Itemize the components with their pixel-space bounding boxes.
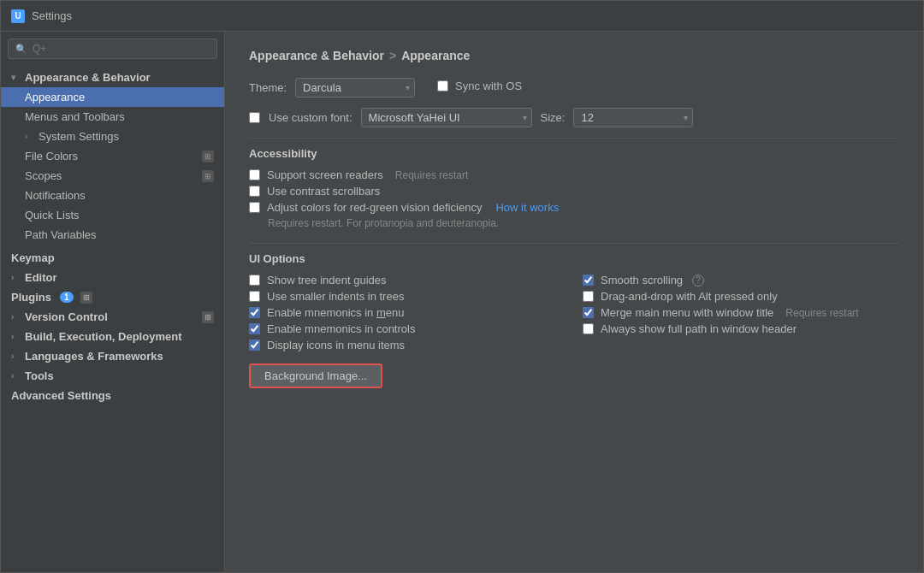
smaller-indents-checkbox[interactable]: [249, 291, 260, 302]
drag-drop-alt-checkbox[interactable]: [583, 291, 594, 302]
always-show-path-checkbox[interactable]: [583, 323, 594, 334]
sidebar: 🔍 ▾ Appearance & Behavior Appearance Men…: [1, 32, 225, 572]
sidebar-item-notifications[interactable]: Notifications: [1, 186, 224, 205]
contrast-scrollbars-label: Use contrast scrollbars: [267, 185, 380, 198]
how-it-works-link[interactable]: How it works: [495, 201, 559, 214]
chevron-right-icon4: ›: [11, 332, 21, 341]
color-vision-row: Adjust colors for red-green vision defic…: [249, 201, 899, 214]
title-bar: U Settings: [1, 1, 923, 32]
breadcrumb: Appearance & Behavior > Appearance: [249, 49, 899, 62]
app-icon: U: [11, 9, 25, 23]
sidebar-item-languages-frameworks[interactable]: › Languages & Frameworks: [1, 346, 224, 366]
sidebar-item-path-variables[interactable]: Path Variables: [1, 225, 224, 245]
chevron-down-icon: ▾: [11, 73, 21, 82]
sidebar-item-tools[interactable]: › Tools: [1, 366, 224, 386]
plugins-badge: 1: [60, 292, 74, 303]
enable-mnemonics-controls-checkbox[interactable]: [249, 323, 260, 334]
screen-readers-row: Support screen readers Requires restart: [249, 168, 899, 181]
chevron-right-icon5: ›: [11, 351, 21, 361]
contrast-scrollbars-checkbox[interactable]: [249, 186, 260, 197]
sidebar-item-keymap[interactable]: Keymap: [1, 248, 224, 268]
chevron-right-icon: ›: [25, 132, 35, 141]
enable-mnemonics-menu-label: Enable mnemonics in menu: [267, 306, 404, 319]
sidebar-item-advanced-settings[interactable]: Advanced Settings: [1, 386, 224, 405]
ui-options-grid: Show tree indent guides Use smaller inde…: [249, 274, 899, 355]
chevron-right-icon6: ›: [11, 371, 21, 381]
accessibility-title: Accessibility: [249, 147, 899, 160]
display-icons-label: Display icons in menu items: [267, 339, 405, 351]
background-image-button[interactable]: Background Image...: [249, 363, 382, 388]
ui-options-title: UI Options: [249, 252, 899, 265]
breadcrumb-separator: >: [389, 49, 396, 62]
sidebar-item-appearance[interactable]: Appearance: [1, 87, 224, 107]
version-control-icon: ⊞: [202, 311, 214, 323]
size-select-wrapper: 12 10 11 13 14 ▾: [573, 108, 693, 127]
smooth-scrolling-label: Smooth scrolling: [601, 274, 683, 286]
sidebar-item-system-settings[interactable]: › System Settings: [1, 127, 224, 146]
theme-select-wrapper: Darcula Light High contrast ▾: [295, 78, 415, 97]
smooth-scrolling-help-icon[interactable]: ?: [692, 275, 704, 286]
plugins-icon: ⊞: [80, 292, 92, 304]
breadcrumb-parent: Appearance & Behavior: [249, 49, 384, 62]
drag-drop-alt-label: Drag-and-drop with Alt pressed only: [601, 290, 778, 303]
sync-os-label: Sync with OS: [455, 80, 522, 92]
accessibility-section: Accessibility Support screen readers Req…: [249, 147, 899, 229]
merge-main-menu-row: Merge main menu with window title Requir…: [583, 306, 899, 319]
divider1: [249, 138, 899, 139]
nav-section: ▾ Appearance & Behavior Appearance Menus…: [1, 66, 224, 407]
sidebar-item-appearance-behavior[interactable]: ▾ Appearance & Behavior: [1, 68, 224, 87]
search-input[interactable]: [33, 43, 210, 55]
color-vision-checkbox[interactable]: [249, 202, 260, 213]
divider2: [249, 243, 899, 244]
chevron-right-icon3: ›: [11, 312, 21, 322]
ui-options-right: Smooth scrolling ? Drag-and-drop with Al…: [583, 274, 899, 355]
screen-readers-checkbox[interactable]: [249, 169, 260, 180]
custom-font-checkbox[interactable]: [249, 112, 260, 123]
contrast-scrollbars-row: Use contrast scrollbars: [249, 185, 899, 198]
font-select-wrapper: Microsoft YaHei UI Arial Segoe UI ▾: [361, 108, 532, 127]
enable-mnemonics-menu-checkbox[interactable]: [249, 307, 260, 318]
merge-main-menu-label: Merge main menu with window title: [601, 306, 773, 319]
font-select[interactable]: Microsoft YaHei UI Arial Segoe UI: [361, 108, 532, 127]
always-show-path-row: Always show full path in window header: [583, 322, 899, 335]
show-tree-indent-checkbox[interactable]: [249, 275, 260, 286]
drag-drop-alt-row: Drag-and-drop with Alt pressed only: [583, 290, 899, 303]
sync-os-checkbox[interactable]: [437, 80, 448, 92]
sidebar-item-scopes[interactable]: Scopes ⊞: [1, 166, 224, 186]
sidebar-item-quick-lists[interactable]: Quick Lists: [1, 205, 224, 225]
sidebar-item-plugins[interactable]: Plugins 1 ⊞: [1, 287, 224, 307]
breadcrumb-current: Appearance: [401, 49, 470, 62]
smooth-scrolling-row: Smooth scrolling ?: [583, 274, 899, 286]
sidebar-item-editor[interactable]: › Editor: [1, 268, 224, 287]
file-colors-icon: ⊞: [202, 151, 214, 162]
ui-options-section: UI Options Show tree indent guides Use s…: [249, 252, 899, 388]
size-select[interactable]: 12 10 11 13 14: [573, 108, 693, 127]
ui-options-left: Show tree indent guides Use smaller inde…: [249, 274, 566, 355]
display-icons-checkbox[interactable]: [249, 340, 260, 351]
vision-sub-hint: Requires restart. For protanopia and deu…: [268, 217, 899, 229]
sidebar-item-file-colors[interactable]: File Colors ⊞: [1, 146, 224, 166]
screen-readers-hint: Requires restart: [395, 169, 468, 181]
search-box[interactable]: 🔍: [8, 38, 217, 59]
size-label: Size:: [541, 111, 566, 124]
sidebar-item-build-execution[interactable]: › Build, Execution, Deployment: [1, 327, 224, 346]
show-tree-indent-row: Show tree indent guides: [249, 274, 566, 286]
show-tree-indent-label: Show tree indent guides: [267, 274, 386, 286]
always-show-path-label: Always show full path in window header: [601, 322, 797, 335]
sync-os-row: Sync with OS: [437, 80, 522, 92]
theme-select[interactable]: Darcula Light High contrast: [295, 78, 415, 97]
window-title: Settings: [32, 9, 72, 22]
smaller-indents-row: Use smaller indents in trees: [249, 290, 566, 303]
screen-readers-label: Support screen readers: [267, 168, 383, 181]
search-icon: 🔍: [15, 44, 27, 55]
theme-row: Theme: Darcula Light High contrast ▾ Syn…: [249, 78, 899, 97]
chevron-right-icon2: ›: [11, 273, 21, 282]
main-content: 🔍 ▾ Appearance & Behavior Appearance Men…: [1, 32, 923, 572]
smooth-scrolling-checkbox[interactable]: [583, 275, 594, 286]
merge-main-menu-checkbox[interactable]: [583, 307, 594, 318]
enable-mnemonics-controls-row: Enable mnemonics in controls: [249, 322, 566, 335]
settings-panel: Appearance & Behavior > Appearance Theme…: [225, 32, 923, 572]
merge-main-menu-hint: Requires restart: [785, 307, 858, 319]
sidebar-item-menus-toolbars[interactable]: Menus and Toolbars: [1, 107, 224, 127]
sidebar-item-version-control[interactable]: › Version Control ⊞: [1, 307, 224, 327]
